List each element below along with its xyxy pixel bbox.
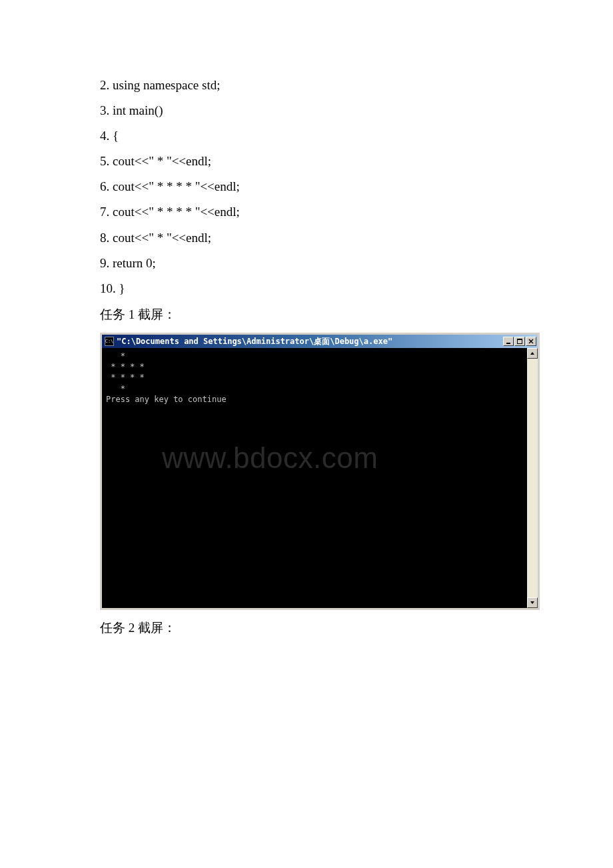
output-line-2: * * * * (106, 362, 145, 371)
console-output: * * * * * * * * * * Press any key to con… (102, 348, 527, 608)
svg-rect-0 (506, 343, 510, 344)
console-body: * * * * * * * * * * Press any key to con… (102, 348, 538, 608)
code-line-10: 10. } (100, 277, 513, 301)
titlebar-buttons (503, 337, 536, 346)
watermark-text: www.bdocx.com (162, 438, 378, 477)
task1-label: 任务 1 截屏： (100, 303, 513, 326)
code-line-3: 3. int main() (100, 99, 513, 123)
titlebar[interactable]: C:\ "C:\Documents and Settings\Administr… (102, 335, 538, 348)
code-line-5: 5. cout<<" * "<<endl; (100, 149, 513, 173)
scroll-up-button[interactable] (527, 348, 538, 359)
console-window: C:\ "C:\Documents and Settings\Administr… (100, 333, 540, 610)
arrow-down-icon (530, 600, 535, 605)
code-line-7: 7. cout<<" * * * * "<<endl; (100, 200, 513, 224)
app-icon: C:\ (105, 337, 114, 346)
code-line-2: 2. using namespace std; (100, 73, 513, 97)
minimize-icon (506, 339, 511, 344)
output-line-3: * * * * (106, 373, 145, 382)
output-line-4: * (106, 384, 125, 393)
output-prompt: Press any key to continue (106, 395, 227, 404)
scroll-down-button[interactable] (527, 597, 538, 608)
arrow-up-icon (530, 351, 535, 356)
svg-marker-5 (530, 352, 534, 355)
code-line-6: 6. cout<<" * * * * "<<endl; (100, 175, 513, 199)
window-title: "C:\Documents and Settings\Administrator… (117, 336, 392, 347)
svg-marker-6 (530, 601, 534, 604)
close-icon (528, 339, 534, 344)
task2-label: 任务 2 截屏： (100, 619, 513, 637)
svg-rect-2 (517, 339, 522, 340)
code-line-8: 8. cout<<" * "<<endl; (100, 226, 513, 250)
scrollbar-track[interactable] (527, 359, 538, 597)
maximize-button[interactable] (514, 337, 525, 346)
close-button[interactable] (526, 337, 536, 346)
minimize-button[interactable] (503, 337, 514, 346)
output-line-1: * (106, 351, 125, 361)
titlebar-left: C:\ "C:\Documents and Settings\Administr… (103, 336, 392, 347)
code-line-4: 4. { (100, 124, 513, 148)
code-line-9: 9. return 0; (100, 251, 513, 275)
vertical-scrollbar[interactable] (527, 348, 538, 608)
maximize-icon (517, 339, 522, 344)
